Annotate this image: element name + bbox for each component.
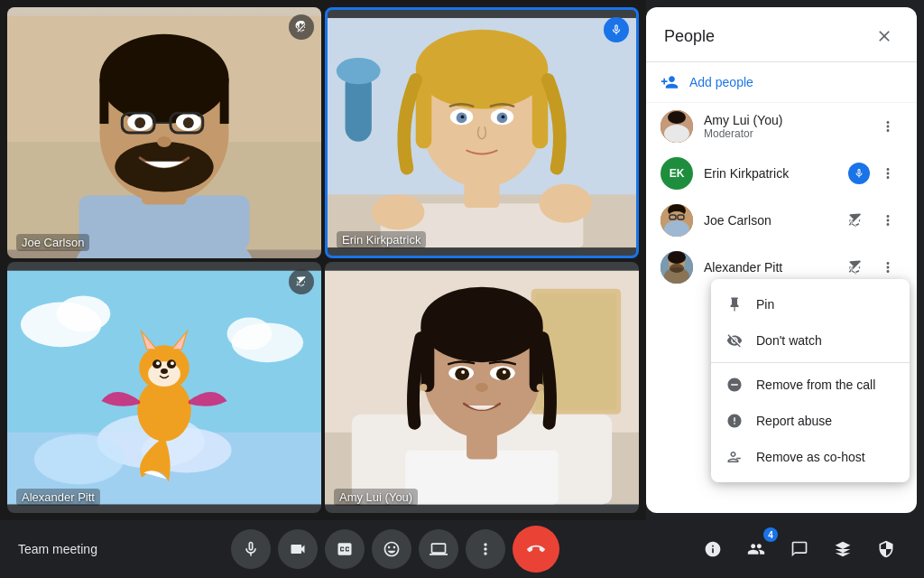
amy-more-button[interactable]	[873, 112, 902, 141]
menu-item-remove-cohost[interactable]: Remove as co-host	[711, 439, 910, 475]
people-sidebar: People Add people	[646, 7, 917, 513]
svg-point-21	[337, 58, 381, 84]
svg-point-80	[664, 125, 689, 143]
participant-name-erin: Erin Kirkpatrick	[704, 166, 848, 181]
chat-icon	[790, 540, 808, 558]
more-options-button[interactable]	[466, 529, 505, 569]
remove-circle-svg	[726, 377, 743, 393]
svg-point-34	[372, 194, 425, 229]
amy-face-svg	[325, 262, 639, 513]
svg-point-41	[227, 317, 273, 350]
shield-icon	[877, 540, 895, 558]
add-person-icon	[661, 73, 679, 91]
svg-point-65	[420, 287, 542, 363]
microphone-button[interactable]	[231, 529, 271, 569]
erin-more-button[interactable]	[873, 159, 902, 188]
menu-remove-call-label: Remove from the call	[756, 378, 875, 392]
svg-point-54	[156, 361, 160, 365]
present-button[interactable]	[419, 529, 458, 569]
avatar-amy-img	[661, 110, 693, 143]
avatar-erin: EK	[661, 157, 693, 190]
svg-point-39	[57, 296, 111, 332]
end-call-icon	[527, 540, 545, 558]
speaking-mic-icon	[610, 23, 623, 36]
participant-actions-erin	[848, 159, 902, 188]
main-area: Joe Carlson	[0, 0, 924, 520]
participant-item-joe: Joe Carlson	[646, 197, 917, 244]
camera-button[interactable]	[278, 529, 318, 569]
muted-icon-alexander	[847, 259, 864, 275]
safety-button[interactable]	[866, 529, 906, 569]
svg-point-56	[161, 368, 168, 374]
menu-item-pin[interactable]: Pin	[711, 286, 910, 322]
muted-mic-icon	[295, 21, 308, 33]
amy-name-label: Amy Lui (You)	[334, 489, 418, 506]
menu-item-report[interactable]: Report abuse	[711, 403, 910, 439]
microphone-icon	[242, 540, 260, 558]
svg-point-33	[501, 115, 504, 118]
menu-item-remove-call[interactable]: Remove from the call	[711, 367, 910, 403]
meeting-name-label: Team meeting	[18, 541, 97, 557]
activities-button[interactable]	[823, 529, 863, 569]
muted-mic-icon-2	[295, 275, 308, 288]
more-vert-icon	[880, 118, 896, 135]
emoji-icon	[383, 540, 401, 558]
svg-point-92	[670, 264, 684, 273]
captions-icon	[336, 540, 354, 558]
people-icon	[747, 540, 765, 558]
info-button[interactable]	[693, 529, 733, 569]
joe-face-svg	[7, 7, 321, 258]
reactions-button[interactable]	[372, 529, 411, 569]
svg-point-6	[99, 34, 228, 124]
menu-item-dont-watch[interactable]: Don't watch	[711, 322, 910, 359]
participants-button[interactable]: 4	[736, 529, 776, 569]
eye-off-icon	[725, 331, 744, 350]
alexander-more-button[interactable]	[873, 253, 902, 282]
add-people-button[interactable]: Add people	[646, 62, 917, 103]
more-vert-icon-3	[880, 212, 896, 228]
toolbar-right-buttons: 4	[693, 529, 906, 569]
end-call-button[interactable]	[513, 526, 559, 573]
erin-face-svg	[328, 10, 636, 256]
camera-icon	[289, 540, 307, 558]
svg-point-75	[420, 384, 427, 391]
chat-button[interactable]	[780, 529, 819, 569]
avatar-joe	[661, 204, 693, 237]
participant-badge: 4	[763, 527, 778, 542]
captions-button[interactable]	[325, 529, 365, 569]
joe-name-label: Joe Carlson	[16, 234, 89, 251]
more-vert-toolbar-icon	[476, 540, 494, 558]
joe-mute-indicator[interactable]	[841, 206, 870, 235]
svg-point-44	[34, 434, 124, 485]
erin-mic-icon	[854, 168, 864, 179]
pin-icon	[725, 295, 744, 313]
participant-item-erin: EK Erin Kirkpatrick	[646, 150, 917, 197]
sidebar-title: People	[664, 27, 715, 46]
participant-info-erin: Erin Kirkpatrick	[704, 166, 848, 181]
person-minus-icon	[725, 448, 744, 466]
participant-actions-amy	[873, 112, 902, 141]
svg-point-76	[537, 384, 544, 391]
close-icon	[875, 27, 893, 45]
toolbar-center-buttons	[231, 526, 559, 573]
participant-list: Amy Lui (You) Moderator EK Erin	[646, 103, 917, 513]
svg-point-73	[503, 370, 506, 374]
alexander-mic-indicator	[289, 269, 314, 294]
avatar-alexander	[661, 251, 693, 284]
video-tile-erin: Erin Kirkpatrick	[325, 7, 639, 258]
alexander-face-svg	[7, 262, 321, 513]
svg-point-32	[461, 115, 465, 118]
erin-name-label: Erin Kirkpatrick	[337, 231, 426, 248]
menu-dont-watch-label: Don't watch	[756, 333, 822, 348]
sidebar-header: People	[646, 7, 917, 62]
more-vert-icon-4	[880, 259, 896, 275]
svg-point-55	[171, 361, 174, 365]
context-menu: Pin Don't watch	[711, 279, 910, 482]
close-sidebar-button[interactable]	[870, 22, 899, 51]
person-minus-svg	[726, 449, 743, 465]
alexander-mute-indicator[interactable]	[841, 253, 870, 282]
svg-point-74	[476, 383, 488, 392]
svg-point-71	[496, 368, 511, 380]
joe-more-button[interactable]	[873, 206, 902, 235]
alexander-name-label: Alexander Pitt	[16, 489, 100, 506]
